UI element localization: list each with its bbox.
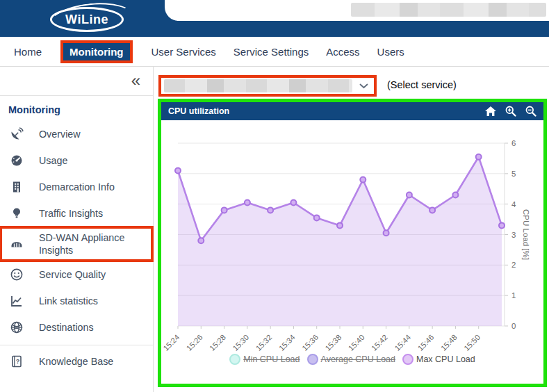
nav-item-monitoring[interactable]: Monitoring	[63, 43, 129, 60]
sidebar: « Monitoring OverviewUsageDemarcation In…	[0, 67, 154, 392]
sidebar-item-label: SD-WAN Appliance Insights	[39, 231, 145, 256]
sidebar-item-label: Traffic Insights	[39, 207, 145, 220]
lightbulb-icon	[10, 206, 24, 220]
svg-text:15:46: 15:46	[416, 333, 436, 352]
legend-marker-icon	[229, 354, 240, 365]
legend-marker-icon	[402, 354, 413, 365]
svg-text:CPU Load [%]: CPU Load [%]	[522, 209, 530, 260]
chart-area: 0123456CPU Load [%]15:2415:2615:2815:301…	[161, 120, 543, 384]
book-icon: ?	[10, 354, 24, 368]
svg-text:4: 4	[511, 200, 516, 209]
smiley-icon	[10, 268, 24, 281]
gauge-icon	[10, 154, 24, 168]
sidebar-item-label: Service Quality	[39, 268, 145, 281]
redacted-account-text	[351, 3, 546, 17]
legend-marker-icon	[307, 354, 318, 365]
chevron-down-icon	[359, 83, 368, 89]
main-content: (Select service) CPU utilization 0123456…	[154, 67, 549, 392]
legend-label: Max CPU Load	[416, 354, 475, 364]
svg-text:15:42: 15:42	[370, 333, 389, 352]
building-icon	[10, 180, 24, 194]
nav-item-service-settings[interactable]: Service Settings	[233, 46, 309, 58]
svg-text:15:26: 15:26	[185, 333, 204, 352]
sidebar-item-label: Knowledge Base	[39, 355, 145, 368]
router-icon	[10, 237, 24, 251]
sidebar-item-overview[interactable]: Overview	[0, 121, 153, 147]
sidebar-item-label: Destinations	[39, 321, 145, 334]
sidebar-item-link-statistics[interactable]: Link statistics	[0, 288, 153, 314]
svg-text:15:50: 15:50	[462, 333, 482, 352]
svg-text:15:48: 15:48	[439, 333, 459, 352]
sidebar-item-label: Link statistics	[39, 295, 145, 307]
zoom-in-icon[interactable]	[505, 106, 516, 117]
nav-item-home[interactable]: Home	[14, 46, 42, 58]
svg-text:15:38: 15:38	[323, 333, 343, 352]
sidebar-item-label: Overview	[39, 128, 145, 140]
line-chart-icon	[10, 294, 24, 308]
zoom-out-icon[interactable]	[525, 106, 536, 117]
legend-entry-min-cpu-load[interactable]: Min CPU Load	[229, 354, 300, 365]
chart-legend: Min CPU LoadAverage CPU LoadMax CPU Load	[161, 354, 543, 365]
svg-text:15:36: 15:36	[300, 333, 320, 352]
primary-nav: HomeMonitoringUser ServicesService Setti…	[0, 37, 549, 67]
service-select-dropdown[interactable]	[161, 78, 374, 94]
wiline-logo[interactable]: WiLine	[50, 7, 124, 32]
svg-text:15:34: 15:34	[277, 333, 297, 352]
legend-entry-max-cpu-load[interactable]: Max CPU Load	[402, 354, 475, 365]
select-service-hint: (Select service)	[387, 79, 457, 90]
panel-title: CPU utilization	[168, 106, 485, 116]
sidebar-menu: OverviewUsageDemarcation InfoTraffic Ins…	[0, 121, 153, 375]
app-header: WiLine	[0, 0, 549, 37]
header-search-area[interactable]	[165, 0, 549, 21]
svg-text:?: ?	[16, 357, 20, 364]
sidebar-item-traffic-insights[interactable]: Traffic Insights	[0, 200, 153, 227]
sidebar-item-label: Demarcation Info	[39, 181, 145, 193]
svg-text:6: 6	[511, 139, 516, 147]
logo-text: WiLine	[65, 13, 108, 27]
nav-item-user-services[interactable]: User Services	[151, 46, 216, 58]
svg-text:15:40: 15:40	[347, 333, 366, 352]
sidebar-item-usage[interactable]: Usage	[0, 147, 153, 174]
svg-text:15:28: 15:28	[208, 333, 227, 352]
cpu-load-chart[interactable]: 0123456CPU Load [%]15:2415:2615:2815:301…	[161, 120, 543, 352]
panel-header: CPU utilization	[161, 102, 543, 120]
panel-toolbar	[485, 106, 536, 117]
sidebar-item-service-quality[interactable]: Service Quality	[0, 261, 153, 288]
sidebar-item-knowledge-base[interactable]: ?Knowledge Base	[0, 345, 153, 375]
svg-text:1: 1	[511, 291, 516, 300]
legend-label: Average CPU Load	[321, 354, 395, 364]
sidebar-collapse-icon[interactable]: «	[131, 71, 140, 90]
svg-text:15:32: 15:32	[254, 333, 274, 352]
redacted-service-name	[164, 79, 352, 92]
nav-item-access[interactable]: Access	[326, 46, 359, 58]
cpu-utilization-panel: CPU utilization 0123456CPU Load [%]15:24…	[158, 99, 547, 387]
nav-item-users[interactable]: Users	[377, 46, 404, 58]
sidebar-section-title: Monitoring	[8, 104, 60, 115]
globe-icon	[10, 320, 24, 334]
svg-text:3: 3	[511, 231, 516, 239]
sidebar-item-demarcation-info[interactable]: Demarcation Info	[0, 174, 153, 200]
svg-text:5: 5	[511, 170, 516, 178]
sidebar-item-label: Usage	[39, 154, 145, 167]
satellite-icon	[10, 127, 24, 141]
svg-text:15:30: 15:30	[231, 333, 250, 352]
sidebar-item-sd-wan-appliance-insights[interactable]: SD-WAN Appliance Insights	[0, 227, 153, 261]
svg-text:2: 2	[511, 261, 516, 269]
svg-text:15:24: 15:24	[161, 333, 181, 352]
sidebar-item-destinations[interactable]: Destinations	[0, 314, 153, 341]
legend-label: Min CPU Load	[243, 354, 300, 364]
home-icon[interactable]	[485, 106, 496, 116]
svg-text:15:44: 15:44	[393, 333, 412, 352]
legend-entry-average-cpu-load[interactable]: Average CPU Load	[307, 354, 395, 365]
service-select-annotation	[158, 75, 377, 97]
sidebar-head	[0, 67, 153, 96]
svg-text:0: 0	[511, 322, 516, 330]
